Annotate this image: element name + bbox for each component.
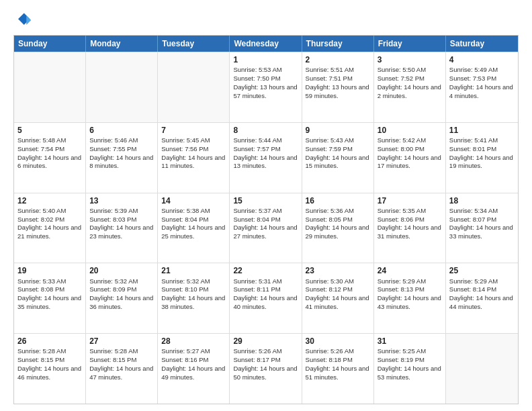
- calendar-cell: 4Sunrise: 5:49 AMSunset: 7:53 PMDaylight…: [446, 52, 518, 122]
- cell-info: Sunrise: 5:28 AMSunset: 8:15 PMDaylight:…: [17, 347, 82, 381]
- calendar-cell: 11Sunrise: 5:41 AMSunset: 8:01 PMDayligh…: [446, 123, 518, 193]
- header-day-monday: Monday: [86, 36, 158, 52]
- day-number: 26: [17, 336, 82, 347]
- cell-info: Sunrise: 5:32 AMSunset: 8:09 PMDaylight:…: [89, 277, 154, 312]
- day-number: 5: [17, 125, 82, 136]
- header-day-friday: Friday: [374, 36, 446, 52]
- calendar-cell: 22Sunrise: 5:31 AMSunset: 8:11 PMDayligh…: [230, 263, 302, 333]
- calendar-cell: 7Sunrise: 5:45 AMSunset: 7:56 PMDaylight…: [158, 123, 230, 193]
- day-number: 3: [378, 54, 442, 65]
- header-day-thursday: Thursday: [302, 36, 374, 52]
- calendar-cell: [158, 52, 230, 122]
- calendar-cell: 27Sunrise: 5:28 AMSunset: 8:15 PMDayligh…: [86, 334, 158, 404]
- day-number: 18: [449, 195, 515, 206]
- day-number: 20: [89, 265, 154, 276]
- calendar-cell: 8Sunrise: 5:44 AMSunset: 7:57 PMDaylight…: [230, 123, 302, 193]
- calendar-row-1: 5Sunrise: 5:48 AMSunset: 7:54 PMDaylight…: [14, 122, 518, 193]
- day-number: 12: [17, 195, 82, 206]
- day-number: 30: [306, 336, 370, 347]
- calendar-cell: 25Sunrise: 5:29 AMSunset: 8:14 PMDayligh…: [446, 263, 518, 333]
- day-number: 6: [89, 125, 154, 136]
- calendar-cell: 5Sunrise: 5:48 AMSunset: 7:54 PMDaylight…: [14, 123, 86, 193]
- calendar-cell: 6Sunrise: 5:46 AMSunset: 7:55 PMDaylight…: [86, 123, 158, 193]
- day-number: 14: [161, 195, 226, 206]
- day-number: 23: [306, 265, 370, 276]
- cell-info: Sunrise: 5:43 AMSunset: 7:59 PMDaylight:…: [306, 136, 370, 171]
- calendar-cell: 23Sunrise: 5:30 AMSunset: 8:12 PMDayligh…: [302, 263, 374, 333]
- header-day-tuesday: Tuesday: [158, 36, 230, 52]
- svg-marker-1: [26, 15, 31, 25]
- cell-info: Sunrise: 5:36 AMSunset: 8:05 PMDaylight:…: [306, 207, 370, 241]
- cell-info: Sunrise: 5:45 AMSunset: 7:56 PMDaylight:…: [161, 136, 226, 171]
- day-number: 19: [17, 265, 82, 276]
- day-number: 31: [378, 336, 442, 347]
- calendar-cell: [14, 52, 86, 122]
- calendar-cell: [446, 334, 518, 404]
- logo-icon: [13, 11, 32, 30]
- calendar-cell: 3Sunrise: 5:50 AMSunset: 7:52 PMDaylight…: [374, 52, 446, 122]
- cell-info: Sunrise: 5:48 AMSunset: 7:54 PMDaylight:…: [17, 136, 82, 171]
- cell-info: Sunrise: 5:50 AMSunset: 7:52 PMDaylight:…: [378, 66, 442, 100]
- day-number: 25: [449, 265, 515, 276]
- calendar-cell: 12Sunrise: 5:40 AMSunset: 8:02 PMDayligh…: [14, 193, 86, 263]
- cell-info: Sunrise: 5:30 AMSunset: 8:12 PMDaylight:…: [306, 277, 370, 312]
- logo: [13, 11, 35, 30]
- cell-info: Sunrise: 5:40 AMSunset: 8:02 PMDaylight:…: [17, 207, 82, 241]
- day-number: 21: [161, 265, 226, 276]
- calendar-cell: 24Sunrise: 5:29 AMSunset: 8:13 PMDayligh…: [374, 263, 446, 333]
- cell-info: Sunrise: 5:38 AMSunset: 8:04 PMDaylight:…: [161, 207, 226, 241]
- calendar-cell: 9Sunrise: 5:43 AMSunset: 7:59 PMDaylight…: [302, 123, 374, 193]
- cell-info: Sunrise: 5:28 AMSunset: 8:15 PMDaylight:…: [89, 347, 154, 381]
- cell-info: Sunrise: 5:26 AMSunset: 8:18 PMDaylight:…: [306, 347, 370, 381]
- cell-info: Sunrise: 5:26 AMSunset: 8:17 PMDaylight:…: [233, 347, 298, 381]
- cell-info: Sunrise: 5:46 AMSunset: 7:55 PMDaylight:…: [89, 136, 154, 171]
- calendar-row-4: 26Sunrise: 5:28 AMSunset: 8:15 PMDayligh…: [14, 333, 518, 404]
- calendar-cell: 16Sunrise: 5:36 AMSunset: 8:05 PMDayligh…: [302, 193, 374, 263]
- calendar-cell: 31Sunrise: 5:25 AMSunset: 8:19 PMDayligh…: [374, 334, 446, 404]
- day-number: 10: [378, 125, 442, 136]
- day-number: 13: [89, 195, 154, 206]
- day-number: 4: [449, 54, 515, 65]
- calendar-cell: 28Sunrise: 5:27 AMSunset: 8:16 PMDayligh…: [158, 334, 230, 404]
- calendar-cell: 10Sunrise: 5:42 AMSunset: 8:00 PMDayligh…: [374, 123, 446, 193]
- cell-info: Sunrise: 5:32 AMSunset: 8:10 PMDaylight:…: [161, 277, 226, 312]
- cell-info: Sunrise: 5:41 AMSunset: 8:01 PMDaylight:…: [449, 136, 515, 171]
- cell-info: Sunrise: 5:27 AMSunset: 8:16 PMDaylight:…: [161, 347, 226, 381]
- calendar-cell: 13Sunrise: 5:39 AMSunset: 8:03 PMDayligh…: [86, 193, 158, 263]
- calendar-cell: 15Sunrise: 5:37 AMSunset: 8:04 PMDayligh…: [230, 193, 302, 263]
- header: [13, 11, 519, 30]
- day-number: 28: [161, 336, 226, 347]
- calendar-cell: 1Sunrise: 5:53 AMSunset: 7:50 PMDaylight…: [230, 52, 302, 122]
- day-number: 22: [233, 265, 298, 276]
- cell-info: Sunrise: 5:33 AMSunset: 8:08 PMDaylight:…: [17, 277, 82, 312]
- day-number: 29: [233, 336, 298, 347]
- day-number: 2: [306, 54, 370, 65]
- calendar-cell: 18Sunrise: 5:34 AMSunset: 8:07 PMDayligh…: [446, 193, 518, 263]
- calendar-header: SundayMondayTuesdayWednesdayThursdayFrid…: [14, 36, 518, 52]
- day-number: 8: [233, 125, 298, 136]
- calendar-cell: 30Sunrise: 5:26 AMSunset: 8:18 PMDayligh…: [302, 334, 374, 404]
- cell-info: Sunrise: 5:37 AMSunset: 8:04 PMDaylight:…: [233, 207, 298, 241]
- day-number: 24: [378, 265, 442, 276]
- cell-info: Sunrise: 5:25 AMSunset: 8:19 PMDaylight:…: [378, 347, 442, 381]
- cell-info: Sunrise: 5:42 AMSunset: 8:00 PMDaylight:…: [378, 136, 442, 171]
- calendar-row-2: 12Sunrise: 5:40 AMSunset: 8:02 PMDayligh…: [14, 193, 518, 263]
- calendar-cell: 17Sunrise: 5:35 AMSunset: 8:06 PMDayligh…: [374, 193, 446, 263]
- day-number: 7: [161, 125, 226, 136]
- calendar-cell: 19Sunrise: 5:33 AMSunset: 8:08 PMDayligh…: [14, 263, 86, 333]
- calendar: SundayMondayTuesdayWednesdayThursdayFrid…: [13, 35, 519, 404]
- calendar-cell: 2Sunrise: 5:51 AMSunset: 7:51 PMDaylight…: [302, 52, 374, 122]
- calendar-cell: 14Sunrise: 5:38 AMSunset: 8:04 PMDayligh…: [158, 193, 230, 263]
- cell-info: Sunrise: 5:49 AMSunset: 7:53 PMDaylight:…: [449, 66, 515, 100]
- day-number: 17: [378, 195, 442, 206]
- day-number: 27: [89, 336, 154, 347]
- cell-info: Sunrise: 5:53 AMSunset: 7:50 PMDaylight:…: [233, 66, 298, 100]
- day-number: 1: [233, 54, 298, 65]
- calendar-row-3: 19Sunrise: 5:33 AMSunset: 8:08 PMDayligh…: [14, 263, 518, 333]
- header-day-wednesday: Wednesday: [230, 36, 302, 52]
- calendar-cell: 21Sunrise: 5:32 AMSunset: 8:10 PMDayligh…: [158, 263, 230, 333]
- page: SundayMondayTuesdayWednesdayThursdayFrid…: [0, 0, 532, 411]
- calendar-row-0: 1Sunrise: 5:53 AMSunset: 7:50 PMDaylight…: [14, 52, 518, 122]
- calendar-cell: 29Sunrise: 5:26 AMSunset: 8:17 PMDayligh…: [230, 334, 302, 404]
- day-number: 16: [306, 195, 370, 206]
